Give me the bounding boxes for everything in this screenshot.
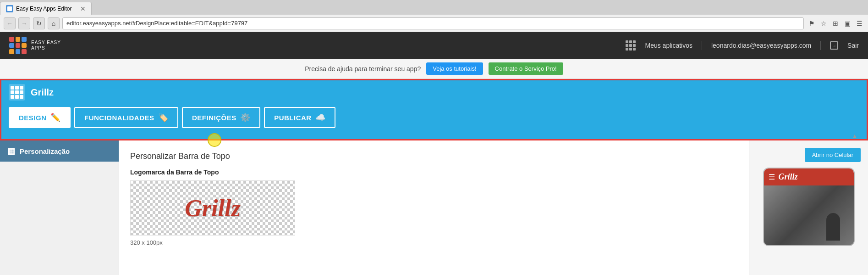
nav-bar: ← → ↻ ⌂ editor.easyeasyapps.net/#DesignP… — [0, 15, 868, 32]
logo-preview-text: Grillz — [185, 195, 240, 222]
logo-line2: APPS — [31, 45, 61, 51]
section-title: Personalizar Barra de Topo — [130, 152, 738, 161]
design-icon: ✏️ — [50, 112, 61, 123]
logo-cell-9 — [22, 49, 27, 54]
sair-label: Sair — [847, 42, 859, 49]
tab-design-label: DESIGN — [19, 114, 47, 122]
help-text: Precisa de ajuda para terminar seu app? — [305, 65, 421, 73]
window-icon[interactable]: ▣ — [842, 18, 852, 28]
bookmark-icon[interactable]: ⚑ — [807, 18, 817, 28]
main-nav-outline: Grillz DESIGN ✏️ FUNCIONALIDADES 🏷️ DEFI… — [0, 79, 868, 140]
personalizacao-icon: ▦ — [7, 146, 15, 156]
logo-field-label: Logomarca da Barra de Topo — [130, 168, 738, 176]
tab-bar: Easy Easy Apps Editor ✕ — [0, 0, 868, 15]
phone-preview: Abrir no Celular ☰ Grillz — [749, 140, 868, 275]
header-nav: Meus aplicativos leonardo.dias@easyeasya… — [626, 40, 859, 51]
tab-funcionalidades-label: FUNCIONALIDADES — [84, 114, 154, 122]
sidebar-item-label: Personalização — [20, 147, 70, 155]
hamburger-icon: ☰ — [769, 173, 775, 181]
meus-aplicativos-link[interactable]: Meus aplicativos — [645, 42, 692, 49]
address-text: editor.easyeasyapps.net/#DesignPlace:edi… — [66, 20, 247, 27]
nav-right-icons: ⚑ ☆ ⊞ ▣ ☰ — [807, 18, 864, 28]
app-brand-name: Grillz — [31, 87, 54, 98]
definicoes-icon: ⚙️ — [240, 112, 251, 123]
apps-grid-icon[interactable] — [626, 40, 636, 51]
logo-cell-4 — [9, 43, 14, 48]
main-tabs: DESIGN ✏️ FUNCIONALIDADES 🏷️ DEFINIÇÕES … — [1, 104, 867, 133]
scroll-arrow: ▲ — [1, 133, 867, 139]
logo-cell-2 — [16, 37, 21, 42]
content-wrapper: ▦ Personalização Personalizar Barra de T… — [0, 140, 868, 275]
funcionalidades-icon: 🏷️ — [158, 112, 169, 123]
tab-funcionalidades[interactable]: FUNCIONALIDADES 🏷️ — [74, 107, 178, 128]
logo-cell-5 — [16, 43, 21, 48]
tab-publicar[interactable]: PUBLICAR ☁️ — [264, 107, 335, 128]
nav-separator — [702, 41, 702, 50]
home-button[interactable]: ⌂ — [48, 17, 60, 29]
help-bar: Precisa de ajuda para terminar seu app? … — [0, 59, 868, 79]
main-nav-area: Grillz DESIGN ✏️ FUNCIONALIDADES 🏷️ DEFI… — [1, 80, 867, 139]
logo-cell-7 — [9, 49, 14, 54]
logo-area: EASY EASY APPS — [9, 37, 61, 54]
forward-button[interactable]: → — [18, 17, 30, 29]
logo-text: EASY EASY APPS — [31, 40, 61, 51]
logo-cell-3 — [22, 37, 27, 42]
tab-design[interactable]: DESIGN ✏️ — [9, 107, 71, 128]
tab-definicoes-label: DEFINIÇÕES — [192, 114, 236, 122]
phone-content-image — [764, 185, 854, 245]
logo-dimension: 320 x 100px — [130, 239, 738, 246]
logo-grid — [9, 37, 27, 54]
app-brand-icon — [9, 84, 25, 101]
open-mobile-button[interactable]: Abrir no Celular — [805, 148, 861, 162]
tab-close-button[interactable]: ✕ — [80, 5, 86, 12]
logo-cell-1 — [9, 37, 14, 42]
phone-header: ☰ Grillz — [764, 168, 854, 185]
tab-definicoes[interactable]: DEFINIÇÕES ⚙️ — [182, 107, 260, 128]
extensions-icon[interactable]: ⊞ — [830, 18, 841, 28]
logo-cell-8 — [16, 49, 21, 54]
meus-aplicativos-label: Meus aplicativos — [645, 42, 692, 49]
active-tab[interactable]: Easy Easy Apps Editor ✕ — [0, 2, 92, 15]
tab-publicar-label: PUBLICAR — [274, 114, 312, 122]
user-email[interactable]: leonardo.dias@easyeasyapps.com — [711, 42, 811, 49]
contratar-button[interactable]: Contrate o Serviço Pro! — [489, 62, 563, 75]
phone-app-name: Grillz — [779, 172, 798, 182]
address-bar[interactable]: editor.easyeasyapps.net/#DesignPlace:edi… — [62, 17, 804, 29]
logo-preview: Grillz — [130, 180, 295, 236]
publicar-icon: ☁️ — [315, 112, 326, 123]
reload-button[interactable]: ↻ — [33, 17, 45, 29]
star-icon[interactable]: ☆ — [819, 18, 829, 28]
app-brand-bar: Grillz — [1, 80, 867, 104]
menu-icon[interactable]: ☰ — [854, 18, 864, 28]
kitchen-background — [764, 185, 854, 245]
tab-label: Easy Easy Apps Editor — [16, 6, 71, 12]
app-header: EASY EASY APPS Meus aplicativos leonardo… — [0, 32, 868, 59]
logo-cell-6 — [22, 43, 27, 48]
sair-button[interactable]: Sair — [847, 42, 859, 49]
main-content: Personalizar Barra de Topo Logomarca da … — [119, 140, 749, 275]
nav-separator-2 — [820, 41, 821, 50]
user-email-text: leonardo.dias@easyeasyapps.com — [711, 42, 811, 49]
back-button[interactable]: ← — [4, 17, 16, 29]
phone-frame: ☰ Grillz — [763, 168, 855, 246]
tab-favicon — [6, 5, 13, 12]
sidebar: ▦ Personalização — [0, 140, 119, 275]
sidebar-item-personalizacao[interactable]: ▦ Personalização — [0, 140, 119, 162]
new-tab-area[interactable] — [92, 2, 128, 15]
sair-icon: → — [830, 41, 838, 50]
browser-chrome: Easy Easy Apps Editor ✕ ← → ↻ ⌂ editor.e… — [0, 0, 868, 32]
chef-figure — [826, 213, 840, 241]
tutorial-button[interactable]: Veja os tutoriais! — [426, 62, 483, 75]
logo-line1: EASY EASY — [31, 40, 61, 45]
